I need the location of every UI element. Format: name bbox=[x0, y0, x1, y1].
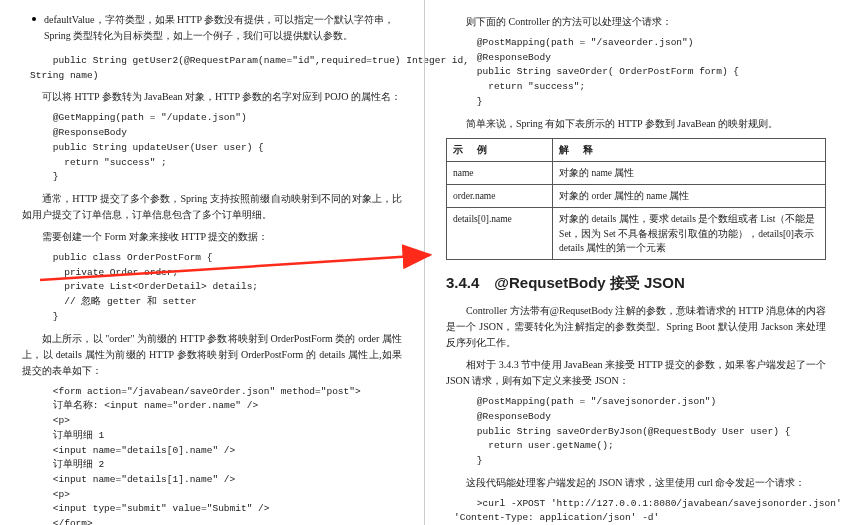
bullet-text: defaultValue，字符类型，如果 HTTP 参数没有提供，可以指定一个默… bbox=[44, 12, 402, 44]
page-right: 则下面的 Controller 的方法可以处理这个请求： @PostMappin… bbox=[424, 0, 848, 525]
bullet-dot-icon bbox=[32, 17, 36, 21]
td-ordername: order.name bbox=[447, 185, 553, 208]
code-savejson: @PostMapping(path = "/savejsonorder.json… bbox=[454, 395, 826, 469]
para-multi-param: 通常，HTTP 提交了多个参数，Spring 支持按照前缀自动映射到不同的对象上… bbox=[22, 191, 402, 223]
code-getuser2: public String getUser2(@RequestParam(nam… bbox=[30, 54, 402, 83]
page-separator bbox=[424, 0, 425, 525]
table-row: name 对象的 name 属性 bbox=[447, 161, 826, 184]
mapping-table: 示 例 解 释 name 对象的 name 属性 order.name 对象的 … bbox=[446, 138, 826, 261]
code-form-html: <form action="/javabean/saveOrder.json" … bbox=[30, 385, 402, 525]
code-updateuser: @GetMapping(path = "/update.json") @Resp… bbox=[30, 111, 402, 185]
code-curl: >curl -XPOST 'http://127.0.0.1:8080/java… bbox=[454, 497, 826, 525]
para-http-javabean: 可以将 HTTP 参数转为 JavaBean 对象，HTTP 参数的名字对应到 … bbox=[22, 89, 402, 105]
bullet-defaultvalue: defaultValue，字符类型，如果 HTTP 参数没有提供，可以指定一个默… bbox=[22, 12, 402, 44]
para-order-prefix: 如上所示，以 "order" 为前缀的 HTTP 参数将映射到 OrderPos… bbox=[22, 331, 402, 379]
th-desc: 解 释 bbox=[553, 138, 826, 161]
td-name: name bbox=[447, 161, 553, 184]
para-curl-desc: 这段代码能处理客户端发起的 JSON 请求，这里使用 curl 命令发起一个请求… bbox=[446, 475, 826, 491]
para-need-form: 需要创建一个 Form 对象来接收 HTTP 提交的数据： bbox=[22, 229, 402, 245]
para-controller-handle: 则下面的 Controller 的方法可以处理这个请求： bbox=[446, 14, 826, 30]
para-vs-343: 相对于 3.4.3 节中使用 JavaBean 来接受 HTTP 提交的参数，如… bbox=[446, 357, 826, 389]
section-heading-3-4-4: 3.4.4 @RequsetBody 接受 JSON bbox=[446, 274, 826, 293]
td-details0-desc: 对象的 details 属性，要求 details 是个数组或者 List（不能… bbox=[553, 208, 826, 260]
td-details0: details[0].name bbox=[447, 208, 553, 260]
th-example: 示 例 bbox=[447, 138, 553, 161]
table-row: details[0].name 对象的 details 属性，要求 detail… bbox=[447, 208, 826, 260]
table-row: order.name 对象的 order 属性的 name 属性 bbox=[447, 185, 826, 208]
table-row: 示 例 解 释 bbox=[447, 138, 826, 161]
para-mapping-rule: 简单来说，Spring 有如下表所示的 HTTP 参数到 JavaBean 的映… bbox=[446, 116, 826, 132]
code-saveorder: @PostMapping(path = "/saveorder.json") @… bbox=[454, 36, 826, 110]
code-orderpostform: public class OrderPostForm { private Ord… bbox=[30, 251, 402, 325]
td-name-desc: 对象的 name 属性 bbox=[553, 161, 826, 184]
para-requestbody: Controller 方法带有@RequsetBody 注解的参数，意味着请求的… bbox=[446, 303, 826, 351]
page-left: defaultValue，字符类型，如果 HTTP 参数没有提供，可以指定一个默… bbox=[0, 0, 424, 525]
td-ordername-desc: 对象的 order 属性的 name 属性 bbox=[553, 185, 826, 208]
